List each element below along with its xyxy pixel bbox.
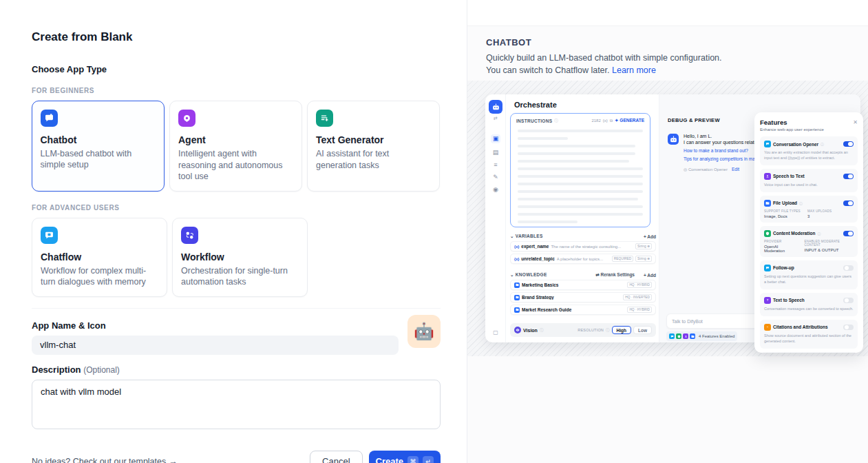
features-title: Features	[760, 119, 787, 126]
description-label: Description (Optional)	[32, 364, 440, 375]
modal-footer: No ideas? Check out our templates→ Cance…	[32, 451, 441, 463]
preview-description: Quickly build an LLM-based chatbot with …	[486, 52, 723, 76]
card-title: Chatbot	[41, 134, 156, 145]
feature-toggle	[843, 298, 854, 304]
quote-icon: ”	[764, 324, 771, 331]
vision-eye-icon	[514, 327, 521, 333]
feature-toggle	[843, 231, 854, 237]
app-name-input[interactable]	[32, 336, 399, 355]
instructions-label: INSTRUCTIONS	[516, 119, 552, 123]
svg-text:T: T	[767, 299, 769, 302]
card-desc: AI assistant for text generation tasks	[316, 148, 431, 171]
card-title: Chatflow	[41, 251, 158, 263]
image-nav-icon: ▤	[493, 150, 499, 156]
orchestrate-nav-icon: ▣	[491, 134, 501, 143]
speech-mini-icon	[683, 333, 688, 339]
app-type-preview-panel: CHATBOT Quickly build an LLM-based chatb…	[467, 0, 868, 463]
create-button[interactable]: Create ⌘ ↵	[369, 451, 441, 463]
robot-emoji-icon: 🤖	[414, 322, 434, 341]
orchestrate-title: Orchestrate	[514, 101, 557, 109]
chatbot-icon	[41, 110, 58, 127]
type-chip: String ⊕	[635, 243, 652, 249]
conversation-opener-label: ◎ Conversation Opener	[684, 167, 728, 172]
features-panel: Features ✕ Enhance web-app user experien…	[754, 112, 863, 353]
opener-mini-icon	[669, 333, 675, 339]
feature-toggle	[843, 325, 854, 331]
debug-preview-label: DEBUG & PREVIEW	[668, 117, 720, 123]
mic-icon	[764, 173, 771, 180]
feature-toggle	[843, 174, 854, 180]
learn-more-link[interactable]: Learn more	[612, 65, 656, 75]
variables-label: ⌄ VARIABLES	[510, 234, 543, 239]
tts-icon: T	[764, 297, 771, 304]
beginner-cards-row: Chatbot LLM-based chatbot with simple se…	[32, 101, 440, 192]
card-chatflow[interactable]: Chatflow Workflow for complex multi-turn…	[32, 218, 167, 297]
shield-icon	[764, 230, 771, 237]
app-name-section: App Name & Icon 🤖	[32, 308, 441, 355]
suggestion-link: Tips for analyzing competitors in market	[684, 156, 763, 161]
knowledge-section: ⌄ KNOWLEDGE ⇄ Rerank Settings + Add Mark…	[510, 272, 656, 315]
preview-sidebar-nav: ▣ ▤ ≡ ✎ ◉	[485, 134, 506, 193]
copy-icon: ⧉	[610, 119, 613, 123]
templates-link[interactable]: No ideas? Check out our templates→	[32, 457, 178, 463]
feature-content-moderation: Content Moderation ⓘ PROVIDEROpenAI Mode…	[760, 226, 858, 257]
card-workflow[interactable]: Workflow Orchestration for single-turn a…	[172, 218, 308, 297]
overview-nav-icon: ◉	[493, 187, 498, 193]
collapse-icon: ▢	[485, 329, 506, 336]
generate-button: ✦ GENERATE	[615, 118, 644, 123]
moderation-mini-icon	[676, 333, 681, 339]
char-count: 2182	[591, 119, 600, 123]
page-title: Create from Blank	[32, 30, 440, 44]
bot-avatar-icon	[668, 134, 679, 145]
feature-conversation-opener: Conversation Opener ⓘ You are an entity …	[760, 136, 858, 165]
description-optional-label: (Optional)	[83, 365, 120, 375]
suggestion-link: How to make a brand stand out?	[684, 148, 748, 153]
resolution-low-chip: Low	[633, 326, 652, 334]
card-text-generator[interactable]: Text Generator AI assistant for text gen…	[307, 101, 440, 192]
instructions-panel: INSTRUCTIONS ⓘ 2182 {x} ⧉ ✦ GENERATE	[510, 113, 650, 227]
bot-avatar-icon	[489, 100, 502, 114]
add-variable-button: + Add	[644, 234, 656, 239]
close-icon: ✕	[853, 119, 858, 125]
card-desc: Workflow for complex multi-turn dialogue…	[41, 265, 158, 288]
create-app-dialog: Create from Blank Choose App Type FOR BE…	[0, 0, 868, 463]
feature-annotation-reply: Annotation Reply	[760, 352, 858, 353]
upload-mini-icon	[690, 333, 695, 339]
dataset-icon	[514, 282, 520, 288]
card-agent[interactable]: Agent Intelligent agent with reasoning a…	[169, 101, 302, 192]
advanced-cards-row: Chatflow Workflow for complex multi-turn…	[32, 218, 440, 297]
card-desc: LLM-based chatbot with simple setup	[41, 148, 156, 171]
feature-follow-up: Follow-up Setting up next questions sugg…	[760, 260, 858, 289]
exchange-icon: ⇄	[485, 116, 506, 121]
enter-key-icon: ↵	[423, 456, 434, 463]
cancel-button[interactable]: Cancel	[310, 451, 362, 463]
preview-sidebar: ⇄ ▣ ▤ ≡ ✎ ◉ ▢	[485, 94, 506, 342]
feature-toggle	[843, 265, 854, 271]
chat-dots-icon	[764, 265, 771, 271]
features-subtitle: Enhance web-app user experience	[760, 127, 858, 132]
knowledge-row: Market Research Guide HQ · HYBRID	[510, 305, 656, 315]
retrieval-chip: HQ · HYBRID	[627, 282, 652, 288]
dataset-icon	[514, 295, 520, 300]
rerank-settings-button: ⇄ Rerank Settings	[595, 272, 635, 278]
group-beginners-label: FOR BEGINNERS	[32, 87, 440, 94]
svg-text:”: ”	[767, 326, 768, 329]
variable-icon: {x}	[514, 257, 519, 261]
preview-panel-topbar	[467, 0, 868, 26]
knowledge-label: ⌄ KNOWLEDGE	[510, 272, 547, 278]
info-icon: ⓘ	[799, 201, 803, 205]
card-chatbot[interactable]: Chatbot LLM-based chatbot with simple se…	[32, 101, 165, 192]
info-icon: ⓘ	[540, 328, 544, 333]
create-from-blank-panel: Create from Blank Choose App Type FOR BE…	[0, 0, 467, 463]
description-textarea[interactable]: chat with vllm model	[32, 380, 441, 429]
app-icon-picker[interactable]: 🤖	[407, 315, 441, 348]
folder-icon	[764, 200, 771, 207]
edit-link: Edit	[732, 167, 739, 172]
variable-row: {x} unrelated_topic A placeholder for to…	[510, 254, 656, 264]
preview-heading: CHATBOT	[486, 37, 851, 48]
info-icon: ⓘ	[817, 232, 821, 236]
info-icon: ⓘ	[821, 142, 824, 146]
description-section: Description (Optional) chat with vllm mo…	[32, 364, 440, 432]
cmd-key-icon: ⌘	[407, 456, 419, 463]
card-title: Agent	[178, 134, 293, 145]
